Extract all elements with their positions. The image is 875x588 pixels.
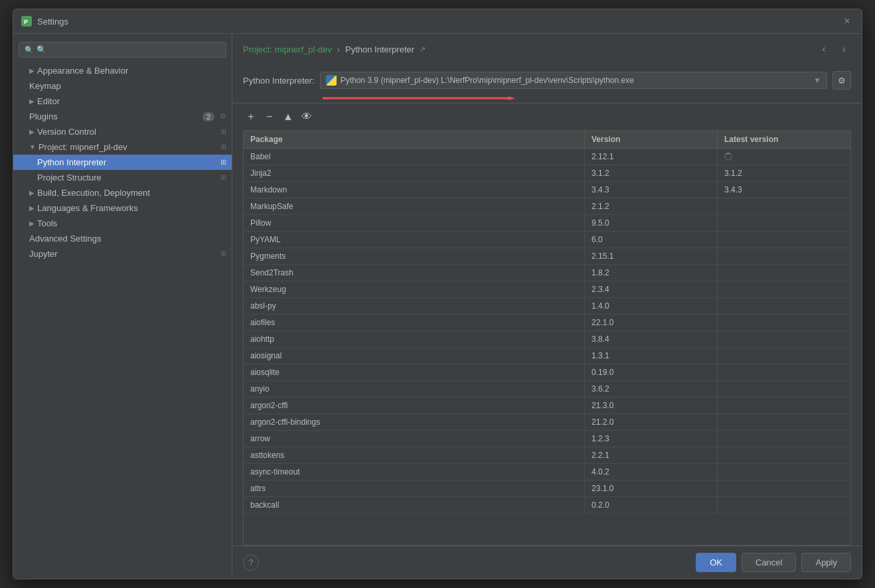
- sidebar-item-plugins[interactable]: Plugins 2 ⚙: [13, 109, 232, 124]
- table-row[interactable]: argon2-cffi21.3.0: [244, 398, 850, 414]
- table-row[interactable]: Markdown3.4.33.4.3: [244, 182, 850, 198]
- remove-package-button[interactable]: −: [262, 109, 278, 125]
- table-row[interactable]: backcall0.2.0: [244, 497, 850, 514]
- package-version: 1.4.0: [585, 298, 718, 314]
- upgrade-package-button[interactable]: ▲: [280, 109, 296, 125]
- table-row[interactable]: aiosqlite0.19.0: [244, 364, 850, 381]
- table-row[interactable]: async-timeout4.0.2: [244, 464, 850, 480]
- table-row[interactable]: Jinja23.1.23.1.2: [244, 165, 850, 182]
- sidebar-item-languages[interactable]: ▶ Languages & Frameworks: [13, 200, 232, 216]
- breadcrumb-project[interactable]: Project: mipnerf_pl-dev: [243, 44, 332, 54]
- package-name: aiohttp: [244, 331, 585, 347]
- content-panel: Project: mipnerf_pl-dev › Python Interpr…: [232, 34, 862, 579]
- search-box[interactable]: 🔍: [19, 42, 226, 58]
- interpreter-row: Python Interpreter: Python 3.9 (mipnerf_…: [243, 64, 851, 96]
- table-row[interactable]: Send2Trash1.8.2: [244, 265, 850, 281]
- table-body: Babel2.12.1Jinja23.1.23.1.2Markdown3.4.3…: [244, 149, 850, 545]
- table-header: Package Version Latest version: [244, 131, 850, 149]
- package-latest: [718, 281, 850, 297]
- package-latest: [718, 215, 850, 231]
- sidebar-item-tools[interactable]: ▶ Tools: [13, 216, 232, 231]
- interpreter-gear-button[interactable]: ⚙: [833, 71, 851, 90]
- search-input[interactable]: [37, 45, 220, 54]
- settings-dialog: P Settings × 🔍 ▶ Appearance & Behavior K…: [13, 9, 862, 579]
- table-row[interactable]: attrs23.1.0: [244, 480, 850, 497]
- back-button[interactable]: ‹: [817, 42, 831, 56]
- package-version: 2.2.1: [585, 447, 718, 463]
- settings-icon: ⚙: [220, 112, 226, 121]
- table-row[interactable]: argon2-cffi-bindings21.2.0: [244, 414, 850, 431]
- table-row[interactable]: aiosignal1.3.1: [244, 348, 850, 364]
- sidebar-item-project-structure[interactable]: Project Structure ⊞: [13, 170, 232, 185]
- package-latest: [718, 398, 850, 413]
- package-name: argon2-cffi: [244, 398, 585, 413]
- arrow-icon: ▶: [29, 67, 35, 74]
- breadcrumb: Project: mipnerf_pl-dev › Python Interpr…: [243, 42, 851, 56]
- arrow-icon: ▶: [29, 189, 35, 196]
- package-name: asttokens: [244, 447, 585, 463]
- close-button[interactable]: ×: [840, 15, 854, 28]
- plugins-badge: 2: [202, 112, 214, 121]
- nav-arrows: ‹ ›: [817, 42, 851, 56]
- package-version: 0.2.0: [585, 497, 718, 513]
- sidebar-item-label: Languages & Frameworks: [37, 203, 138, 213]
- sidebar-item-version-control[interactable]: ▶ Version Control ⊞: [13, 124, 232, 139]
- interpreter-icon: ⊞: [220, 158, 226, 167]
- external-link-icon[interactable]: ↗: [420, 45, 426, 54]
- breadcrumb-separator: ›: [337, 44, 340, 54]
- table-toolbar: + − ▲ 👁: [243, 104, 851, 130]
- table-row[interactable]: Babel2.12.1: [244, 149, 850, 165]
- sidebar-item-appearance[interactable]: ▶ Appearance & Behavior: [13, 63, 232, 78]
- breadcrumb-current: Python Interpreter: [345, 44, 414, 54]
- loading-spinner: [724, 153, 732, 161]
- table-row[interactable]: PyYAML6.0: [244, 232, 850, 248]
- package-version: 2.3.4: [585, 281, 718, 297]
- table-row[interactable]: anyio3.6.2: [244, 381, 850, 398]
- sidebar-item-editor[interactable]: ▶ Editor: [13, 94, 232, 109]
- interpreter-value: Python 3.9 (mipnerf_pl-dev) L:\NerfPro\m…: [341, 76, 809, 85]
- structure-icon: ⊞: [220, 173, 226, 182]
- package-version: 1.2.3: [585, 431, 718, 447]
- col-version: Version: [585, 131, 718, 148]
- arrow-icon: ▼: [29, 143, 36, 151]
- table-row[interactable]: aiofiles22.1.0: [244, 315, 850, 331]
- sidebar-item-advanced[interactable]: Advanced Settings: [13, 231, 232, 246]
- sidebar-item-label: Version Control: [37, 127, 96, 137]
- table-row[interactable]: absl-py1.4.0: [244, 298, 850, 315]
- package-version: 9.5.0: [585, 215, 718, 231]
- sidebar-item-label: Project: mipnerf_pl-dev: [39, 142, 127, 152]
- sidebar-item-label: Project Structure: [37, 173, 102, 183]
- table-row[interactable]: MarkupSafe2.1.2: [244, 198, 850, 215]
- sidebar-item-build[interactable]: ▶ Build, Execution, Deployment: [13, 185, 232, 200]
- table-row[interactable]: arrow1.2.3: [244, 431, 850, 447]
- interpreter-select[interactable]: Python 3.9 (mipnerf_pl-dev) L:\NerfPro\m…: [320, 72, 827, 89]
- package-name: Werkzeug: [244, 281, 585, 297]
- sidebar-item-keymap[interactable]: Keymap: [13, 78, 232, 94]
- table-row[interactable]: aiohttp3.8.4: [244, 331, 850, 348]
- sidebar-item-python-interpreter[interactable]: Python Interpreter ⊞: [13, 155, 232, 170]
- package-latest: 3.4.3: [718, 182, 850, 198]
- help-button[interactable]: ?: [243, 555, 259, 571]
- sidebar-item-project[interactable]: ▼ Project: mipnerf_pl-dev ⊞: [13, 139, 232, 155]
- table-row[interactable]: Pygments2.15.1: [244, 248, 850, 265]
- package-version: 22.1.0: [585, 315, 718, 331]
- forward-button[interactable]: ›: [836, 42, 851, 56]
- packages-table: Package Version Latest version Babel2.12…: [243, 130, 851, 546]
- jupyter-icon: ⊞: [220, 250, 226, 258]
- add-package-button[interactable]: +: [243, 109, 259, 125]
- table-row[interactable]: Werkzeug2.3.4: [244, 281, 850, 298]
- sidebar-item-jupyter[interactable]: Jupyter ⊞: [13, 246, 232, 261]
- package-version: 1.3.1: [585, 348, 718, 364]
- package-latest: 3.1.2: [718, 165, 850, 181]
- table-row[interactable]: Pillow9.5.0: [244, 215, 850, 232]
- show-package-button[interactable]: 👁: [299, 109, 315, 125]
- table-row[interactable]: asttokens2.2.1: [244, 447, 850, 464]
- ok-button[interactable]: OK: [696, 553, 736, 572]
- svg-marker-3: [509, 96, 515, 100]
- sidebar-item-label: Plugins: [29, 111, 58, 121]
- package-latest: [718, 298, 850, 314]
- package-name: async-timeout: [244, 464, 585, 480]
- red-arrow-indicator: [316, 96, 528, 102]
- cancel-button[interactable]: Cancel: [742, 553, 796, 572]
- apply-button[interactable]: Apply: [801, 553, 851, 572]
